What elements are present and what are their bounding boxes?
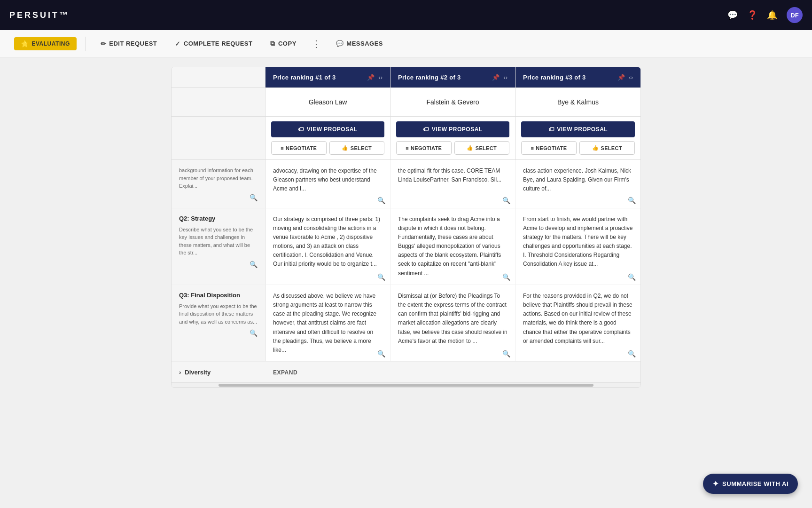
col-header-1-actions: 📌 ‹› — [367, 74, 383, 81]
col-header-2-title: Price ranking #2 of 3 — [398, 74, 461, 81]
expand-button[interactable]: EXPAND — [273, 369, 297, 376]
select-btn-1[interactable]: 👍 SELECT — [329, 141, 385, 155]
zoom-icon-label-q1[interactable]: 🔍 — [250, 194, 258, 201]
select-btn-3[interactable]: 👍 SELECT — [579, 141, 635, 155]
q3-text-1: As discussed above, we believe we have s… — [273, 292, 383, 355]
neg-icon-3: ≡ — [531, 145, 534, 151]
avatar[interactable]: DF — [787, 7, 803, 23]
edit-request-button[interactable]: ✏ EDIT REQUEST — [94, 37, 164, 50]
neg-icon-2: ≡ — [406, 145, 409, 151]
q2-cell-3: From start to finish, we would partner w… — [515, 208, 640, 285]
zoom-icon-q3-3[interactable]: 🔍 — [628, 350, 636, 357]
zoom-icon-q3-2[interactable]: 🔍 — [502, 350, 510, 357]
q1-cell-3: class action experience. Josh Kalmus, Ni… — [515, 160, 640, 208]
action-btns-empty — [172, 117, 265, 159]
col-header-1-title: Price ranking #1 of 3 — [273, 74, 336, 81]
badge-icon: ⭐ — [21, 40, 29, 48]
q3-cell-2: Dismissal at (or Before) the Pleadings T… — [390, 285, 515, 361]
small-btns-3: ≡ NEGOTIATE 👍 SELECT — [521, 141, 635, 155]
summarise-label: SUMMARISE WITH AI — [722, 480, 789, 487]
q2-label-zoom: 🔍 — [179, 261, 258, 268]
q1-cell-2: the optimal fit for this case. CORE TEAM… — [390, 160, 515, 208]
q1-label-desc: background information for each member o… — [179, 167, 258, 190]
zoom-icon-q2-1[interactable]: 🔍 — [377, 273, 385, 281]
diversity-label[interactable]: › Diversity — [172, 362, 265, 382]
col-header-3-actions: 📌 ‹› — [617, 74, 633, 81]
nav-arrows-2[interactable]: ‹› — [503, 74, 508, 81]
zoom-icon-q3-1[interactable]: 🔍 — [377, 350, 385, 357]
sel-icon-1: 👍 — [342, 145, 348, 151]
diversity-expand: EXPAND — [265, 362, 640, 382]
main-content: Price ranking #1 of 3 📌 ‹› Price ranking… — [0, 57, 812, 508]
q2-text-1: Our strategy is comprised of three parts… — [273, 215, 383, 269]
diversity-text: Diversity — [185, 369, 211, 376]
zoom-icon-q1-2[interactable]: 🔍 — [502, 197, 510, 204]
q1-cell-1: advocacy, drawing on the expertise of th… — [265, 160, 390, 208]
q3-text-3: For the reasons provided in Q2, we do no… — [523, 292, 633, 346]
nav-arrows-1[interactable]: ‹› — [378, 74, 383, 81]
q1-text-2: the optimal fit for this case. CORE TEAM… — [398, 167, 508, 184]
zoom-icon-q2-3[interactable]: 🔍 — [628, 273, 636, 281]
zoom-icon-label-q3[interactable]: 🔍 — [250, 329, 258, 337]
col-header-3-title: Price ranking #3 of 3 — [523, 74, 586, 81]
q2-text-2: The complaints seek to drag Acme into a … — [398, 215, 508, 278]
pin-icon-3[interactable]: 📌 — [617, 74, 625, 81]
small-btns-1: ≡ NEGOTIATE 👍 SELECT — [271, 141, 384, 155]
more-options-button[interactable]: ⋮ — [308, 36, 325, 51]
select-btn-2[interactable]: 👍 SELECT — [454, 141, 510, 155]
q2-cell-1: Our strategy is comprised of three parts… — [265, 208, 390, 285]
view-proposal-btn-1[interactable]: 🏷 VIEW PROPOSAL — [271, 121, 384, 137]
negotiate-btn-1[interactable]: ≡ NEGOTIATE — [271, 141, 327, 155]
firm-name-empty — [172, 88, 265, 116]
chevron-right-icon: › — [179, 369, 181, 376]
q2-row: Q2: Strategy Describe what you see to be… — [172, 208, 640, 285]
sel-icon-3: 👍 — [592, 145, 599, 151]
actionbar: ⭐ EVALUATING ✏ EDIT REQUEST ✓ COMPLETE R… — [0, 30, 812, 57]
horizontal-scrollbar[interactable] — [172, 382, 640, 387]
messages-button[interactable]: 💬 MESSAGES — [329, 37, 390, 50]
zoom-icon-label-q2[interactable]: 🔍 — [250, 261, 258, 268]
q3-label-zoom: 🔍 — [179, 329, 258, 337]
action-buttons-2: 🏷 VIEW PROPOSAL ≡ NEGOTIATE 👍 SELECT — [390, 117, 515, 159]
zoom-icon-q1-3[interactable]: 🔍 — [628, 197, 636, 204]
notifications-icon[interactable]: 🔔 — [767, 10, 777, 20]
proposal-icon-1: 🏷 — [298, 126, 304, 133]
col-header-2-actions: 📌 ‹› — [492, 74, 508, 81]
view-proposal-btn-2[interactable]: 🏷 VIEW PROPOSAL — [396, 121, 509, 137]
q3-cell-1: As discussed above, we believe we have s… — [265, 285, 390, 361]
q3-label-desc: Provide what you expect to be the final … — [179, 302, 258, 326]
proposal-icon-3: 🏷 — [548, 126, 554, 133]
negotiate-btn-3[interactable]: ≡ NEGOTIATE — [521, 141, 577, 155]
scroll-thumb[interactable] — [219, 384, 593, 387]
action-buttons-row: 🏷 VIEW PROPOSAL ≡ NEGOTIATE 👍 SELECT — [172, 117, 640, 160]
comparison-table: Price ranking #1 of 3 📌 ‹› Price ranking… — [171, 67, 641, 388]
copy-button[interactable]: ⧉ COPY — [264, 37, 303, 50]
zoom-icon-q2-2[interactable]: 🔍 — [502, 273, 510, 281]
complete-request-button[interactable]: ✓ COMPLETE REQUEST — [168, 37, 259, 50]
zoom-icon-q1-1[interactable]: 🔍 — [377, 197, 385, 204]
neg-icon-1: ≡ — [281, 145, 284, 151]
q1-text-1: advocacy, drawing on the expertise of th… — [273, 167, 383, 194]
proposal-icon-2: 🏷 — [423, 126, 429, 133]
pin-icon-1[interactable]: 📌 — [367, 74, 375, 81]
q3-row: Q3: Final Disposition Provide what you e… — [172, 285, 640, 362]
firm-name-3: Bye & Kalmus — [515, 88, 640, 116]
copy-icon: ⧉ — [270, 40, 275, 48]
action-buttons-1: 🏷 VIEW PROPOSAL ≡ NEGOTIATE 👍 SELECT — [265, 117, 390, 159]
help-icon[interactable]: ❓ — [747, 10, 757, 20]
negotiate-btn-2[interactable]: ≡ NEGOTIATE — [396, 141, 452, 155]
firm-name-2: Falstein & Gevero — [390, 88, 515, 116]
firm-name-1: Gleason Law — [265, 88, 390, 116]
nav-arrows-3[interactable]: ‹› — [629, 74, 633, 81]
q2-text-3: From start to finish, we would partner w… — [523, 215, 633, 269]
summarise-ai-button[interactable]: ✦ SUMMARISE WITH AI — [703, 474, 798, 494]
q2-label: Q2: Strategy Describe what you see to be… — [172, 208, 265, 285]
q3-label: Q3: Final Disposition Provide what you e… — [172, 285, 265, 361]
pin-icon-2[interactable]: 📌 — [492, 74, 500, 81]
column-headers: Price ranking #1 of 3 📌 ‹› Price ranking… — [172, 67, 640, 88]
app-logo: PERSUIT™ — [9, 10, 70, 20]
view-proposal-btn-3[interactable]: 🏷 VIEW PROPOSAL — [521, 121, 635, 137]
chat-icon[interactable]: 💬 — [727, 10, 738, 20]
q1-text-3: class action experience. Josh Kalmus, Ni… — [523, 167, 633, 194]
sel-icon-2: 👍 — [467, 145, 473, 151]
